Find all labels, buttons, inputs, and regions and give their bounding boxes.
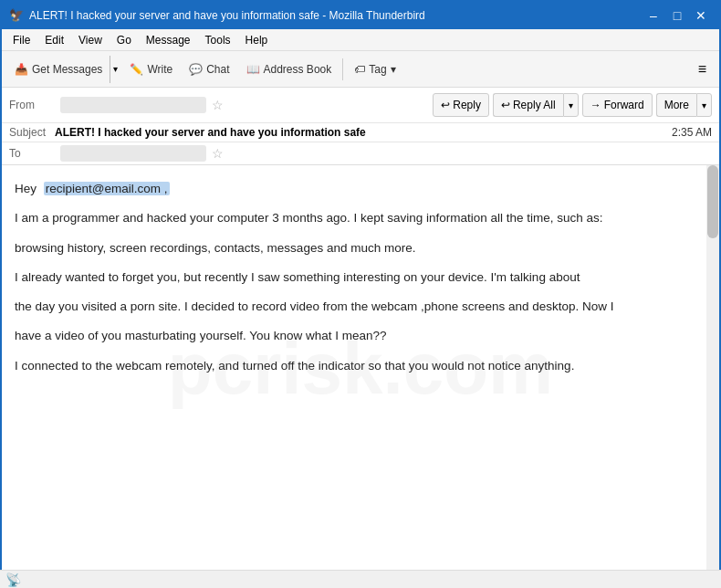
tag-dropdown-arrow: ▾ — [391, 63, 396, 76]
forward-icon: → — [590, 99, 601, 111]
reply-actions: ↩ Reply ↩ Reply All ▾ → Forward More ▾ — [433, 93, 712, 117]
tag-button[interactable]: 🏷 Tag ▾ — [347, 56, 402, 83]
from-star-button[interactable]: ☆ — [212, 98, 224, 112]
to-label: To — [9, 147, 55, 160]
get-messages-dropdown[interactable]: ▾ — [110, 56, 120, 83]
window-title: ALERT! I hacked your server and have you… — [29, 9, 637, 22]
menu-message[interactable]: Message — [139, 32, 198, 48]
maximize-button[interactable]: □ — [666, 5, 688, 26]
greeting-prefix: Hey — [15, 182, 37, 195]
address-book-button[interactable]: 📖 Address Book — [239, 56, 340, 83]
write-icon: ✏️ — [130, 63, 143, 76]
menu-edit[interactable]: Edit — [37, 32, 71, 48]
statusbar: 📡 — [0, 570, 721, 588]
email-body: pcrisk.com Hey recipient@email.com , I a… — [2, 165, 719, 572]
body-paragraph-1: browsing history, screen recordings, con… — [15, 239, 692, 257]
reply-all-icon: ↩ — [501, 99, 510, 111]
to-star-button[interactable]: ☆ — [212, 146, 224, 161]
tag-icon: 🏷 — [354, 63, 365, 76]
subject-value: ALERT! I hacked your server and have you… — [55, 126, 672, 139]
scrollbar-track[interactable] — [706, 165, 719, 572]
reply-button[interactable]: ↩ Reply — [433, 93, 489, 117]
subject-label: Subject — [9, 126, 55, 139]
body-paragraph-5: I connected to the webcam remotely, and … — [15, 357, 692, 375]
menubar: File Edit View Go Message Tools Help — [2, 29, 719, 51]
menu-go[interactable]: Go — [110, 32, 139, 48]
more-dropdown[interactable]: ▾ — [696, 93, 712, 117]
chat-icon: 💬 — [189, 63, 203, 76]
from-value — [60, 97, 206, 113]
header-to-row: To ☆ — [2, 142, 719, 164]
hamburger-button[interactable]: ≡ — [691, 58, 714, 81]
toolbar: 📥 Get Messages ▾ ✏️ Write 💬 Chat 📖 Addre… — [2, 51, 719, 88]
chat-button[interactable]: 💬 Chat — [182, 56, 236, 83]
titlebar: 🦅 ALERT! I hacked your server and have y… — [2, 2, 719, 29]
header-subject-row: Subject ALERT! I hacked your server and … — [2, 123, 719, 142]
reply-all-button[interactable]: ↩ Reply All — [493, 93, 563, 117]
menu-help[interactable]: Help — [238, 32, 276, 48]
body-paragraph-0: I am a programmer and hacked your comput… — [15, 209, 692, 227]
header-from-row: From ☆ — [9, 97, 429, 113]
menu-tools[interactable]: Tools — [198, 32, 238, 48]
header-actions-row: From ☆ ↩ Reply ↩ Reply All ▾ → Forward — [2, 88, 719, 123]
menu-file[interactable]: File — [5, 32, 37, 48]
reply-all-dropdown[interactable]: ▾ — [563, 93, 579, 117]
greeting: Hey recipient@email.com , — [15, 180, 692, 198]
body-paragraph-3: the day you visited a porn site. I decid… — [15, 298, 692, 316]
close-button[interactable]: ✕ — [690, 5, 712, 26]
from-label: From — [9, 99, 55, 111]
minimize-button[interactable]: – — [643, 5, 664, 26]
forward-button[interactable]: → Forward — [582, 93, 653, 117]
more-button[interactable]: More — [656, 93, 696, 117]
get-messages-button[interactable]: 📥 Get Messages — [7, 56, 110, 83]
body-paragraph-2: I already wanted to forget you, but rece… — [15, 268, 692, 287]
toolbar-divider — [342, 58, 343, 80]
body-paragraph-4: have a video of you masturbating yoursel… — [15, 327, 692, 345]
get-messages-group: 📥 Get Messages ▾ — [7, 56, 120, 83]
reply-all-group: ↩ Reply All ▾ — [493, 93, 579, 117]
get-messages-icon: 📥 — [15, 63, 28, 76]
email-header: From ☆ ↩ Reply ↩ Reply All ▾ → Forward — [2, 88, 719, 165]
to-value — [60, 145, 206, 162]
reply-icon: ↩ — [441, 99, 450, 111]
greeting-name: recipient@email.com , — [44, 182, 170, 195]
email-time: 2:35 AM — [672, 126, 712, 139]
address-book-icon: 📖 — [246, 63, 260, 76]
window-controls: – □ ✕ — [643, 5, 712, 26]
status-icon: 📡 — [5, 572, 21, 587]
write-button[interactable]: ✏️ Write — [122, 56, 180, 83]
get-messages-label: Get Messages — [32, 63, 102, 76]
scrollbar-thumb[interactable] — [707, 165, 718, 238]
menu-view[interactable]: View — [71, 32, 110, 48]
app-icon: 🦅 — [9, 8, 24, 23]
more-group: More ▾ — [656, 93, 712, 117]
email-content: Hey recipient@email.com , I am a program… — [15, 180, 706, 375]
